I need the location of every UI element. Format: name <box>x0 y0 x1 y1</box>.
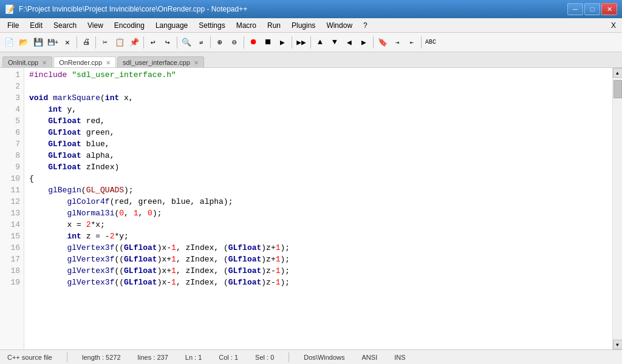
line-num: 14 <box>4 219 20 231</box>
tab-oninit-close[interactable]: ✕ <box>42 59 47 66</box>
close-panel-button[interactable]: X <box>607 21 620 30</box>
keyword-int2: int <box>48 104 62 115</box>
toolbar-sep-6 <box>244 36 244 49</box>
macro-rec-button[interactable]: ⏺ <box>247 36 260 49</box>
status-sel: Sel : 0 <box>253 354 276 361</box>
tab-sdl-label: sdl_user_interface.cpp <box>123 59 190 66</box>
tab-oninit[interactable]: OnInit.cpp ✕ <box>2 56 52 67</box>
keyword-void: void <box>29 92 48 104</box>
window-title: F:\Project Invincible\Project Invincible… <box>19 5 567 13</box>
tab-onrender[interactable]: OnRender.cpp ✕ <box>53 56 116 67</box>
tab-sdl-close[interactable]: ✕ <box>194 59 199 66</box>
line-num: 12 <box>4 196 20 207</box>
menu-encoding[interactable]: Encoding <box>109 20 149 31</box>
code-line-15: int z = -2*y; <box>29 231 607 242</box>
num-0b: 0 <box>148 207 152 219</box>
menu-search[interactable]: Search <box>49 20 81 31</box>
tab-onrender-label: OnRender.cpp <box>59 59 102 66</box>
save-button[interactable]: 💾 <box>32 36 45 49</box>
toolbar-sep-4 <box>177 36 177 49</box>
vertical-scrollbar[interactable]: ▲ ▼ <box>612 68 622 349</box>
scroll-thumb[interactable] <box>613 80 622 98</box>
app-icon: 📝 <box>5 4 15 14</box>
copy-button[interactable]: 📋 <box>113 36 126 49</box>
menu-help[interactable]: ? <box>358 20 372 31</box>
move-up-button[interactable]: ▲ <box>313 36 327 49</box>
redo-button[interactable]: ↪ <box>161 36 174 49</box>
menu-view[interactable]: View <box>83 20 108 31</box>
move-left-button[interactable]: ◀ <box>343 36 356 49</box>
tab-oninit-label: OnInit.cpp <box>8 59 38 66</box>
line-num: 18 <box>4 265 20 277</box>
type-glfloat: GLfloat <box>48 115 81 127</box>
line-num: 3 <box>4 92 20 104</box>
code-line-13: glNormal3i(0, 1, 0); <box>29 207 607 219</box>
toolbar-sep-8 <box>310 36 311 49</box>
menu-edit[interactable]: Edit <box>25 20 47 31</box>
line-num: 4 <box>4 104 20 115</box>
spellcheck-button[interactable]: ABC <box>424 36 437 49</box>
menu-bar: File Edit Search View Encoding Language … <box>0 18 622 33</box>
cast8: GLfloat <box>228 277 262 288</box>
menu-settings[interactable]: Settings <box>194 20 230 31</box>
menu-window[interactable]: Window <box>321 20 357 31</box>
menu-plugins[interactable]: Plugins <box>287 20 320 31</box>
run-button[interactable]: ▶▶ <box>295 36 308 49</box>
fn-glvertex1: glVertex3f <box>67 242 114 254</box>
print-button[interactable]: 🖨 <box>80 36 93 49</box>
status-line-ending: Dos\Windows <box>301 354 347 361</box>
cast5: GLfloat <box>124 265 157 277</box>
find-button[interactable]: 🔍 <box>180 36 193 49</box>
replace-button[interactable]: ⇄ <box>194 36 208 49</box>
line-num: 8 <box>4 150 20 161</box>
menu-macro[interactable]: Macro <box>231 20 261 31</box>
menu-run[interactable]: Run <box>262 20 285 31</box>
code-editor[interactable]: #include "sdl_user_interface.h" void mar… <box>24 68 612 349</box>
status-insert-mode: INS <box>392 354 408 361</box>
line-num: 10 <box>4 173 20 184</box>
status-col: Col : 1 <box>216 354 241 361</box>
close-button[interactable]: ✕ <box>601 3 617 15</box>
scroll-up-button[interactable]: ▲ <box>613 68 623 78</box>
fn-glvertex4: glVertex3f <box>67 277 114 288</box>
status-sep-1 <box>67 352 67 362</box>
outdent-button[interactable]: ⇤ <box>405 36 419 49</box>
scroll-track[interactable] <box>613 78 622 340</box>
title-bar: 📝 F:\Project Invincible\Project Invincib… <box>0 0 622 18</box>
status-bar: C++ source file length : 5272 lines : 23… <box>0 349 622 364</box>
move-right-button[interactable]: ▶ <box>357 36 371 49</box>
macro-play-button[interactable]: ▶ <box>276 36 289 49</box>
code-line-1: #include "sdl_user_interface.h" <box>29 69 607 81</box>
editor-container: 1 2 3 4 5 6 7 8 9 10 11 12 13 14 15 16 1… <box>0 68 622 349</box>
fn-glbegin: glBegin <box>48 184 81 196</box>
menu-file[interactable]: File <box>2 20 24 31</box>
cast4: GLfloat <box>228 254 262 265</box>
scroll-down-button[interactable]: ▼ <box>613 340 623 349</box>
preprocessor: #include <box>29 69 67 81</box>
macro-stop-button[interactable]: ⏹ <box>261 36 275 49</box>
num-1: 1 <box>134 207 138 219</box>
zoom-in-button[interactable]: ⊕ <box>213 36 227 49</box>
minimize-button[interactable]: ─ <box>567 3 583 15</box>
open-button[interactable]: 📂 <box>17 36 30 49</box>
line-numbers: 1 2 3 4 5 6 7 8 9 10 11 12 13 14 15 16 1… <box>0 68 24 349</box>
line-num: 16 <box>4 242 20 254</box>
new-button[interactable]: 📄 <box>2 36 16 49</box>
status-ln: Ln : 1 <box>183 354 205 361</box>
menu-language[interactable]: Language <box>151 20 193 31</box>
tab-sdl[interactable]: sdl_user_interface.cpp ✕ <box>117 56 204 67</box>
window-controls: ─ □ ✕ <box>567 3 617 15</box>
tab-onrender-close[interactable]: ✕ <box>106 59 111 66</box>
undo-button[interactable]: ↩ <box>146 36 160 49</box>
paste-button[interactable]: 📌 <box>128 36 141 49</box>
zoom-out-button[interactable]: ⊖ <box>228 36 241 49</box>
close-button-tb[interactable]: ✕ <box>61 36 74 49</box>
indent-button[interactable]: ⇥ <box>391 36 404 49</box>
move-down-button[interactable]: ▼ <box>328 36 341 49</box>
maximize-button[interactable]: □ <box>584 3 600 15</box>
save-all-button[interactable]: 💾+ <box>46 36 60 49</box>
code-line-11: glBegin(GL_QUADS); <box>29 184 607 196</box>
bookmark-button[interactable]: 🔖 <box>376 36 389 49</box>
cut-button[interactable]: ✂ <box>98 36 112 49</box>
status-sep-2 <box>289 352 289 362</box>
